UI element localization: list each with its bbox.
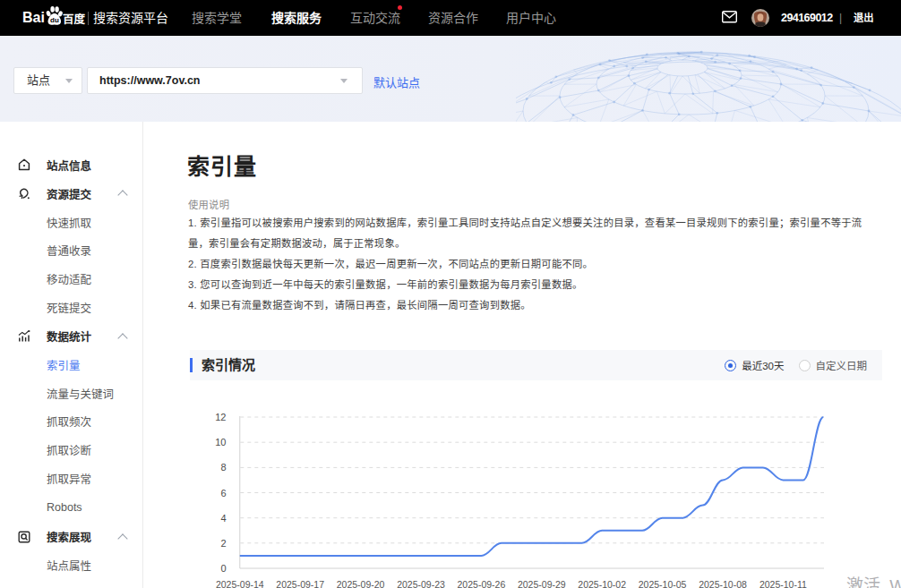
svg-text:du: du [50, 15, 59, 23]
